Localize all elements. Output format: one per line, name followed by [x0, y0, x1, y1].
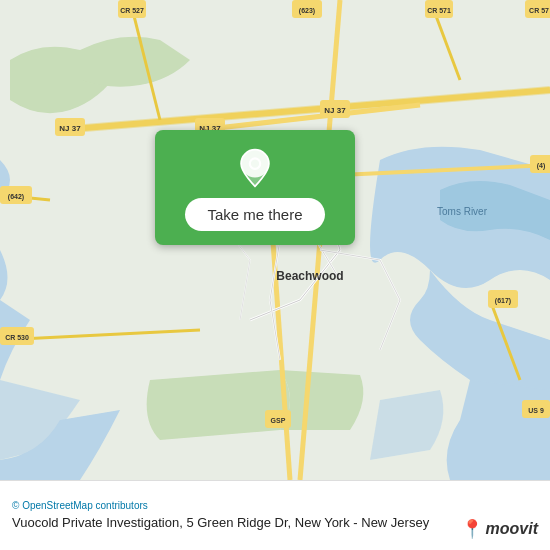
- moovit-logo: 📍 moovit: [461, 518, 538, 540]
- svg-text:CR 571: CR 571: [427, 7, 451, 14]
- location-pin-icon: [235, 148, 275, 188]
- svg-text:Toms River: Toms River: [437, 206, 488, 217]
- svg-text:(4): (4): [537, 162, 546, 170]
- moovit-pin-icon: 📍: [461, 518, 483, 540]
- svg-text:GSP: GSP: [271, 417, 286, 424]
- location-info: Vuocold Private Investigation, 5 Green R…: [12, 515, 538, 532]
- svg-text:Beachwood: Beachwood: [276, 269, 343, 283]
- svg-text:(642): (642): [8, 193, 24, 201]
- svg-text:CR 527: CR 527: [120, 7, 144, 14]
- svg-text:NJ 37: NJ 37: [324, 106, 346, 115]
- svg-text:(623): (623): [299, 7, 315, 15]
- map-container: NJ 37 NJ 37 NJ 37 CR 527 CR 571 CR 57 (6…: [0, 0, 550, 480]
- take-me-there-overlay[interactable]: Take me there: [155, 130, 355, 245]
- moovit-brand-text: moovit: [486, 520, 538, 538]
- osm-credit: © OpenStreetMap contributors: [12, 500, 538, 511]
- svg-text:(617): (617): [495, 297, 511, 305]
- svg-text:CR 530: CR 530: [5, 334, 29, 341]
- osm-credit-text: © OpenStreetMap contributors: [12, 500, 148, 511]
- svg-text:NJ 37: NJ 37: [59, 124, 81, 133]
- take-me-there-button[interactable]: Take me there: [185, 198, 324, 231]
- svg-text:CR 57: CR 57: [529, 7, 549, 14]
- svg-text:US 9: US 9: [528, 407, 544, 414]
- footer: © OpenStreetMap contributors Vuocold Pri…: [0, 480, 550, 550]
